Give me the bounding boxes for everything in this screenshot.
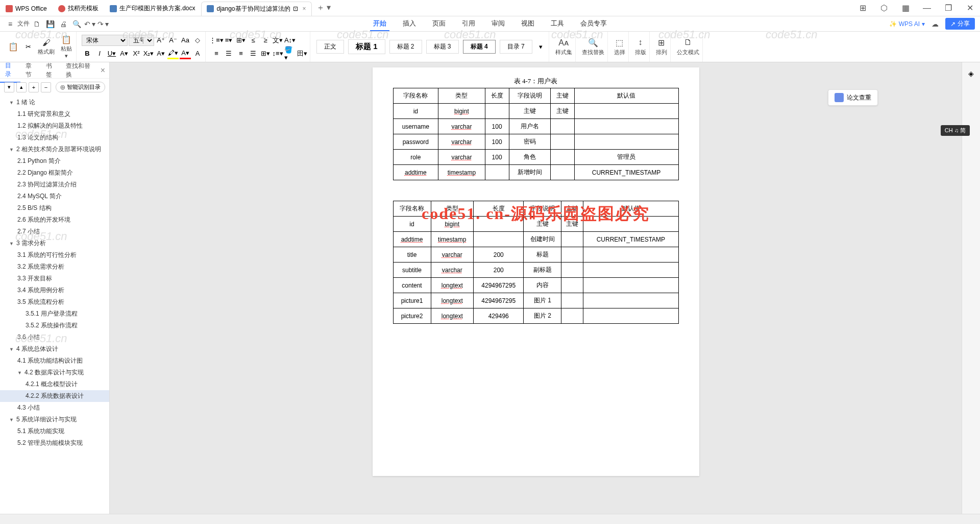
wps-ai-button[interactable]: ✨ WPS AI ▾ bbox=[889, 20, 925, 28]
tree-item[interactable]: 2.1 Python 简介 bbox=[0, 155, 109, 167]
tab-wps-home[interactable]: WPS Office bbox=[1, 2, 52, 16]
distribute-button[interactable]: ⊞▾ bbox=[260, 48, 271, 59]
sort-button[interactable]: A↕▾ bbox=[284, 35, 296, 46]
format-painter[interactable]: 🖌格式刷 bbox=[36, 37, 57, 57]
menu-view[interactable]: 视图 bbox=[518, 17, 537, 31]
tree-item[interactable]: 1.2 拟解决的问题及特性 bbox=[0, 120, 109, 132]
qat-preview-icon[interactable]: 🔍 bbox=[70, 18, 83, 30]
style-h4[interactable]: 标题 4 bbox=[463, 40, 496, 54]
italic-button[interactable]: I bbox=[94, 48, 105, 59]
arrange-label[interactable]: 排列 bbox=[656, 49, 667, 56]
tree-item[interactable]: 3.2 系统需求分析 bbox=[0, 261, 109, 273]
superscript-button[interactable]: X² bbox=[131, 48, 142, 59]
tree-item[interactable]: ▼3 需求分析 bbox=[0, 237, 109, 249]
inc-indent-button[interactable]: ≥ bbox=[260, 35, 271, 46]
asian-layout-button[interactable]: 文▾ bbox=[272, 35, 283, 46]
nav-plus-icon[interactable]: + bbox=[29, 82, 39, 92]
tree-item[interactable]: 3.5.1 用户登录流程 bbox=[0, 308, 109, 320]
titlebar-icon1[interactable]: ⊞ bbox=[855, 2, 870, 14]
underline-button[interactable]: U▾ bbox=[106, 48, 117, 59]
char-shading-button[interactable]: A bbox=[192, 48, 203, 59]
window-minimize[interactable]: ― bbox=[920, 2, 934, 14]
sort-label[interactable]: 排版 bbox=[635, 49, 646, 56]
titlebar-icon3[interactable]: ▦ bbox=[898, 2, 913, 14]
align-right-button[interactable]: ≡ bbox=[235, 48, 247, 59]
multilevel-button[interactable]: ⊞▾ bbox=[235, 35, 247, 46]
tree-item[interactable]: ▼5 系统详细设计与实现 bbox=[0, 414, 109, 425]
qat-print-icon[interactable]: 🖨 bbox=[57, 18, 69, 30]
tree-item[interactable]: 3.5.2 系统操作流程 bbox=[0, 320, 109, 331]
rside-collapse-icon[interactable]: ◈ bbox=[964, 66, 978, 81]
expand-icon[interactable]: ▼ bbox=[9, 147, 14, 152]
paste-button[interactable]: 📋粘贴▾ bbox=[59, 34, 74, 60]
app-menu-icon[interactable]: ≡ bbox=[4, 18, 16, 30]
line-spacing-button[interactable]: ↕≡▾ bbox=[272, 48, 283, 59]
expand-icon[interactable]: ▼ bbox=[9, 347, 14, 352]
tree-item[interactable]: 4.2.1 概念模型设计 bbox=[0, 378, 109, 390]
menu-review[interactable]: 审阅 bbox=[488, 17, 508, 31]
cut-icon[interactable]: ✂ bbox=[22, 41, 34, 53]
tree-item[interactable]: 2.3 协同过滤算法介绍 bbox=[0, 179, 109, 190]
borders-button[interactable]: 田▾ bbox=[297, 48, 308, 59]
tree-item[interactable]: 2.4 MySQL 简介 bbox=[0, 190, 109, 202]
tree-item[interactable]: 3.6 小结 bbox=[0, 331, 109, 343]
bold-button[interactable]: B bbox=[82, 48, 93, 59]
expand-icon[interactable]: ▼ bbox=[9, 417, 14, 422]
tree-item[interactable]: 2.2 Django 框架简介 bbox=[0, 167, 109, 179]
find-replace-label[interactable]: 查找替换 bbox=[582, 49, 604, 56]
tab-more-icon[interactable]: ⊡ bbox=[293, 5, 298, 12]
numbering-button[interactable]: ≡▾ bbox=[223, 35, 234, 46]
titlebar-icon2[interactable]: ⬡ bbox=[877, 2, 891, 14]
clear-format-icon[interactable]: ◇ bbox=[192, 35, 203, 46]
expand-icon[interactable]: ▼ bbox=[9, 241, 14, 246]
window-maximize[interactable]: ❐ bbox=[941, 2, 955, 14]
dec-indent-button[interactable]: ≤ bbox=[248, 35, 259, 46]
tree-item[interactable]: 4.1 系统功能结构设计图 bbox=[0, 355, 109, 367]
tree-item[interactable]: 3.4 系统用例分析 bbox=[0, 284, 109, 296]
menu-vip[interactable]: 会员专享 bbox=[577, 17, 610, 31]
tree-item[interactable]: 2.6 系统的开发环境 bbox=[0, 214, 109, 226]
style-h3[interactable]: 标题 3 bbox=[426, 40, 459, 54]
tree-item[interactable]: 3.5 系统流程分析 bbox=[0, 296, 109, 308]
qat-new-icon[interactable]: 🗋 bbox=[31, 18, 43, 30]
grow-font-icon[interactable]: A⁺ bbox=[155, 35, 166, 46]
nav-up-icon[interactable]: ▴ bbox=[16, 82, 27, 92]
qat-redo-icon[interactable]: ↷ ▾ bbox=[97, 18, 109, 30]
select-label[interactable]: 选择 bbox=[614, 49, 625, 56]
highlight-button[interactable]: 🖍▾ bbox=[167, 48, 179, 59]
tree-item[interactable]: 4.2.2 系统数据表设计 bbox=[0, 390, 109, 402]
style-h1[interactable]: 标题 1 bbox=[348, 39, 385, 54]
gov-label[interactable]: 公文模式 bbox=[677, 49, 699, 56]
strike-button[interactable]: A▾ bbox=[118, 48, 130, 59]
change-case-icon[interactable]: Aa bbox=[180, 35, 191, 46]
menu-start[interactable]: 开始 bbox=[370, 17, 389, 31]
styles-more-icon[interactable]: ▾ bbox=[535, 41, 547, 53]
subscript-button[interactable]: X₂▾ bbox=[143, 48, 154, 59]
tree-item[interactable]: ▼1 绪 论 bbox=[0, 97, 109, 108]
styleset-label[interactable]: 样式集 bbox=[555, 49, 572, 56]
shading-button[interactable]: 🪣▾ bbox=[284, 48, 296, 59]
tree-item[interactable]: ▼4 系统总体设计 bbox=[0, 343, 109, 355]
tree-item[interactable]: 3.1 系统的可行性分析 bbox=[0, 249, 109, 261]
qat-save-icon[interactable]: 💾 bbox=[44, 18, 56, 30]
menu-insert[interactable]: 插入 bbox=[400, 17, 419, 31]
align-center-button[interactable]: ☰ bbox=[223, 48, 234, 59]
menu-ref[interactable]: 引用 bbox=[459, 17, 478, 31]
tree-item[interactable]: 5.1 系统功能实现 bbox=[0, 425, 109, 437]
tree-item[interactable]: 1.3 论文的结构 bbox=[0, 132, 109, 144]
expand-icon[interactable]: ▼ bbox=[9, 100, 14, 105]
document-area[interactable]: 表 4-7：用户表 字段名称类型长度字段说明主键默认值idbigint主键主键u… bbox=[110, 62, 962, 514]
style-h2[interactable]: 标题 2 bbox=[389, 40, 422, 54]
cloud-icon[interactable]: ☁ bbox=[929, 18, 941, 30]
font-effect-button[interactable]: A▾ bbox=[155, 48, 166, 59]
file-menu[interactable]: 文件 bbox=[17, 18, 30, 30]
tab-close-icon[interactable]: × bbox=[303, 5, 306, 12]
style-body[interactable]: 正文 bbox=[316, 40, 344, 54]
qat-undo-icon[interactable]: ↶ ▾ bbox=[84, 18, 96, 30]
menu-tool[interactable]: 工具 bbox=[548, 17, 567, 31]
expand-icon[interactable]: ▼ bbox=[17, 370, 22, 375]
font-size-select[interactable]: 五号 bbox=[129, 35, 154, 46]
tree-item[interactable]: ▼2 相关技术简介及部署环境说明 bbox=[0, 144, 109, 155]
smart-toc-button[interactable]: ◎ 智能识别目录 bbox=[56, 82, 105, 92]
tree-item[interactable]: 2.5 B/S 结构 bbox=[0, 202, 109, 214]
